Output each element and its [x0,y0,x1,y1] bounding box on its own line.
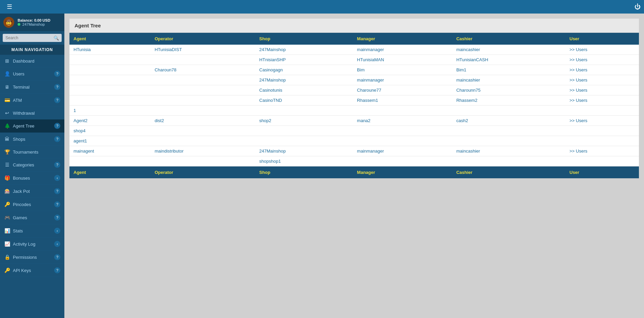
search-wrap: 🔍 [3,34,62,42]
power-icon[interactable]: ⏻ [635,3,641,10]
users-link[interactable]: >> Users [569,118,587,123]
cell-cashier [452,126,565,136]
cell-manager: mainmanager [353,146,452,156]
sidebar-item-terminal[interactable]: 🖥Terminal? [0,81,64,94]
badge-permissions[interactable]: ? [54,254,60,260]
bonuses-icon: 🎁 [4,175,10,181]
cell-manager: mana2 [353,116,452,126]
cell-user[interactable]: >> Users [565,116,639,126]
badge-shops[interactable]: ? [54,136,60,142]
avatar: 🤠 [3,17,14,28]
pincodes-icon: 🔑 [4,202,10,207]
sidebar-label-permissions: Permissions [13,255,54,260]
cell-operator [150,55,255,65]
cell-user [565,106,639,116]
search-input[interactable] [3,34,62,42]
cell-user[interactable]: >> Users [565,65,639,75]
sidebar-item-stats[interactable]: 📊Stats‹ [0,224,64,237]
sidebar-item-categories[interactable]: ☰Categories? [0,158,64,172]
sidebar-label-jackpot: Jack Pot [13,189,54,194]
cell-user[interactable]: >> Users [565,85,639,95]
cell-user[interactable]: >> Users [565,75,639,85]
agent-tree-table: AgentOperatorShopManagerCashierUser HTun… [69,33,639,178]
badge-jackpot[interactable]: ? [54,188,60,194]
sidebar-item-bonuses[interactable]: 🎁Bonuses‹ [0,172,64,185]
cell-cashier: maincashier [452,75,565,85]
cell-operator [150,85,255,95]
cell-operator: maindistributor [150,146,255,156]
activity-log-icon: 📈 [4,241,10,247]
badge-stats[interactable]: ‹ [54,228,60,234]
cell-cashier: maincashier [452,146,565,156]
badge-agent-tree[interactable]: ? [54,123,60,129]
users-link[interactable]: >> Users [569,57,587,62]
badge-terminal[interactable]: ? [54,84,60,90]
users-link[interactable]: >> Users [569,98,587,103]
users-link[interactable]: >> Users [569,88,587,93]
sidebar-item-tournaments[interactable]: 🏆Tournaments [0,146,64,158]
main-content: Agent Tree AgentOperatorShopManagerCashi… [64,14,644,318]
withdrawal-icon: ↩ [4,110,10,116]
sidebar-item-api-keys[interactable]: 🔑API Keys? [0,264,64,277]
sidebar-item-atm[interactable]: 💳ATM? [0,94,64,107]
sidebar-item-games[interactable]: 🎮Games? [0,211,64,224]
cell-manager: mainmanager [353,75,452,85]
cell-operator: Charoun78 [150,65,255,75]
cell-cashier [452,156,565,166]
table-row: Agent2dist2shop2mana2cash2>> Users [69,116,639,126]
badge-categories[interactable]: ? [54,162,60,168]
cell-shop: 247Mainshop [255,45,353,55]
sidebar-item-users[interactable]: 👤Users? [0,67,64,81]
col-header-manager: Manager [353,33,452,45]
badge-api-keys[interactable]: ? [54,267,60,273]
cell-user[interactable]: >> Users [565,45,639,55]
sidebar-item-permissions[interactable]: 🔒Permissions? [0,251,64,264]
balance-label: Balance: 0.00 USD [18,18,50,22]
cell-manager: HTunisiaMAN [353,55,452,65]
users-link[interactable]: >> Users [569,67,587,72]
cell-agent: 1 [69,106,150,116]
sidebar-item-dashboard[interactable]: ⊞Dashboard [0,55,64,67]
sidebar-label-api-keys: API Keys [13,268,54,273]
col-footer-user: User [565,166,639,179]
badge-games[interactable]: ? [54,214,60,221]
sidebar-item-shops[interactable]: 🏛Shops? [0,133,64,146]
cell-cashier: Rhassem2 [452,95,565,106]
cell-operator: dist2 [150,116,255,126]
table-row: agent1 [69,136,639,146]
badge-activity-log[interactable]: ‹ [54,241,60,247]
sidebar-item-jackpot[interactable]: 🎰Jack Pot? [0,185,64,198]
col-header-cashier: Cashier [452,33,565,45]
top-bar: ☰ ⏻ [0,0,644,14]
sidebar-item-withdrawal[interactable]: ↩Withdrawal [0,107,64,119]
badge-atm[interactable]: ? [54,97,60,103]
users-link[interactable]: >> Users [569,77,587,83]
sidebar-item-agent-tree[interactable]: 🌲Agent Tree? [0,119,64,133]
cell-user[interactable]: >> Users [565,95,639,106]
categories-icon: ☰ [4,162,10,167]
badge-pincodes[interactable]: ? [54,201,60,207]
cell-shop: shopshop1 [255,156,353,166]
users-link[interactable]: >> Users [569,47,587,52]
sidebar-label-terminal: Terminal [13,85,54,90]
cell-manager [353,106,452,116]
cell-user[interactable]: >> Users [565,146,639,156]
tournaments-icon: 🏆 [4,149,10,155]
sidebar-label-withdrawal: Withdrawal [13,111,60,116]
users-link[interactable]: >> Users [569,149,587,154]
sidebar-item-activity-log[interactable]: 📈Activity Log‹ [0,237,64,251]
sidebar-item-pincodes[interactable]: 🔑Pincodes? [0,198,64,211]
cell-user[interactable]: >> Users [565,55,639,65]
col-header-shop: Shop [255,33,353,45]
badge-users[interactable]: ? [54,71,60,77]
content-panel: Agent Tree AgentOperatorShopManagerCashi… [69,19,639,178]
cell-shop [255,106,353,116]
hamburger-icon[interactable]: ☰ [3,3,16,10]
col-header-user: User [565,33,639,45]
layout: 🤠 Balance: 0.00 USD 247Mainshop 🔍 MAIN N… [0,14,644,318]
badge-bonuses[interactable]: ‹ [54,175,60,181]
cell-agent [69,65,150,75]
col-footer-shop: Shop [255,166,353,179]
table-row: HTnisianSHPHTunisiaMANHTunisianCASH>> Us… [69,55,639,65]
cell-cashier [452,106,565,116]
